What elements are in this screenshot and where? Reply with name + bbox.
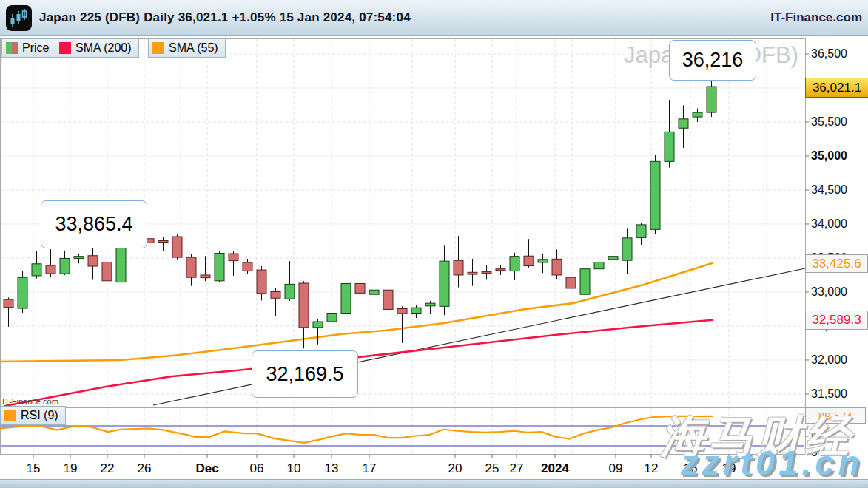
legend-rsi-label: RSI (9) — [21, 409, 58, 422]
title-bar: Japan 225 (DFB) Daily 36,021.1 +1.05% 15… — [0, 0, 868, 36]
price-swatch-icon — [6, 42, 18, 54]
y-axis-label: 34,000 — [811, 217, 847, 230]
x-axis-label: 15 — [27, 461, 41, 475]
legend-chip-price[interactable]: Price — [1, 38, 56, 58]
y-axis-label: 36,500 — [811, 47, 847, 60]
candle-down — [397, 309, 407, 314]
y-axis-label: 35,500 — [811, 115, 847, 128]
candle-up — [679, 119, 688, 128]
legend-price-label: Price — [22, 41, 49, 55]
price-callout-dec-low[interactable]: 32,169.5 — [252, 350, 358, 398]
candle-down — [201, 275, 210, 278]
legend-sma55-label: SMA (55) — [169, 41, 218, 55]
chart-application-window: Japan 225 (DFB) Daily 36,021.1 +1.05% 15… — [0, 0, 868, 488]
candle-up — [440, 261, 449, 306]
y-axis-label: 34,500 — [811, 183, 847, 196]
candle-down — [454, 260, 463, 275]
candle-up — [580, 269, 590, 295]
candle-up — [707, 87, 716, 112]
candle-down — [468, 272, 477, 274]
legend-chip-sma55[interactable]: SMA (55) — [148, 38, 226, 58]
candle-down — [102, 262, 112, 280]
x-axis-label: Dec — [195, 461, 218, 475]
price-callout-nov-high[interactable]: 33,865.4 — [41, 200, 147, 248]
candle-down — [4, 299, 13, 308]
candle-up — [313, 322, 323, 328]
candle-down — [229, 254, 238, 261]
y-axis-label: 32,000 — [811, 353, 847, 366]
candle-down — [257, 270, 266, 294]
candle-up — [425, 303, 435, 306]
candle-up — [215, 254, 224, 281]
last-price-marker: 36,021.1 — [805, 78, 868, 98]
x-axis-label: 27 — [510, 461, 524, 475]
rsi-swatch-icon — [4, 410, 16, 421]
x-axis-label: 20 — [448, 461, 462, 475]
candle-up — [538, 260, 548, 262]
candle-up — [285, 284, 295, 299]
x-axis-label: 10 — [287, 461, 301, 475]
x-axis-label: 17 — [363, 461, 377, 475]
x-axis-label: 06 — [250, 461, 264, 475]
sma200-price-marker: 32,589.3 — [805, 311, 868, 330]
legend-sma200-label: SMA (200) — [75, 41, 132, 55]
candle-down — [566, 277, 576, 288]
y-axis-label: 31,500 — [811, 387, 847, 400]
candlestick-app-icon — [6, 5, 32, 31]
sma55-price-marker: 33,425.6 — [805, 254, 868, 273]
x-axis-label: 25 — [485, 461, 499, 475]
candle-up — [594, 262, 604, 268]
candle-down — [158, 241, 168, 243]
x-axis-label: 13 — [325, 461, 339, 475]
candle-down — [482, 271, 491, 273]
candle-up — [18, 277, 27, 308]
candle-up — [411, 308, 421, 313]
candle-down — [383, 290, 393, 309]
candle-up — [622, 238, 632, 260]
candle-down — [172, 237, 182, 257]
candle-down — [496, 269, 505, 271]
candle-down — [88, 256, 98, 266]
candle-up — [693, 112, 702, 117]
x-axis-label: 09 — [609, 461, 623, 475]
candle-up — [327, 313, 337, 322]
candle-down — [552, 259, 562, 275]
candlestick-icon-glyph — [9, 8, 29, 28]
x-axis-label: 2024 — [541, 461, 569, 475]
x-axis-label: 19 — [64, 461, 78, 475]
candle-up — [608, 257, 618, 260]
site-url-watermark: zzrt01.cn — [681, 442, 863, 483]
candle-down — [355, 283, 365, 293]
candle-up — [636, 225, 646, 237]
candle-down — [524, 256, 534, 265]
legend-chip-sma200[interactable]: SMA (200) — [55, 38, 139, 58]
x-axis-label: 22 — [101, 461, 115, 475]
y-axis-label: 35,000 — [811, 149, 847, 162]
candle-up — [510, 257, 519, 271]
x-axis-label: 12 — [645, 461, 659, 475]
chart-credit-label: IT-Finance.com — [2, 397, 58, 406]
candle-up — [650, 161, 660, 229]
candle-down — [46, 265, 55, 274]
candle-down — [271, 292, 280, 299]
x-axis-label: 26 — [138, 461, 152, 475]
y-axis-label: 33,000 — [811, 285, 847, 298]
brand-link[interactable]: IT-Finance.com — [770, 10, 862, 25]
legend-chip-rsi[interactable]: RSI (9) — [0, 406, 66, 425]
sma55-swatch-icon — [152, 42, 164, 54]
sma200-swatch-icon — [59, 42, 71, 54]
candle-down — [299, 283, 309, 328]
candle-down — [186, 257, 196, 277]
chart-title: Japan 225 (DFB) Daily 36,021.1 +1.05% 15… — [39, 10, 411, 25]
candle-up — [369, 290, 379, 294]
candle-up — [60, 258, 70, 274]
candle-up — [341, 283, 351, 313]
candle-up — [665, 132, 674, 161]
candle-up — [74, 257, 84, 259]
candle-down — [243, 262, 252, 271]
price-callout-jan-high[interactable]: 36,216 — [669, 40, 756, 81]
candle-up — [32, 264, 41, 276]
candle-up — [116, 244, 126, 282]
